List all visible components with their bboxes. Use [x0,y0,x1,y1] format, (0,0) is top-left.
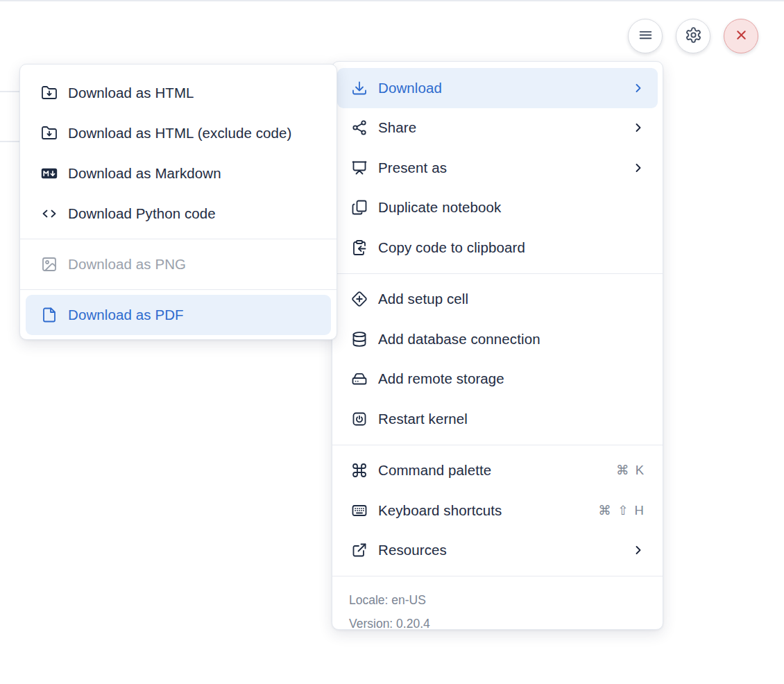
menu-item-download-as-markdown[interactable]: Download as Markdown [26,153,331,194]
menu-item-label: Keyboard shortcuts [378,502,598,519]
menu-item-download-python-code[interactable]: Download Python code [26,194,331,234]
menu-item-label: Download [378,80,631,96]
menu-item-label: Download as HTML [68,85,321,101]
presentation-icon [351,160,368,176]
menu-footer: Locale: en-US Version: 0.20.4 [337,582,658,635]
menu-item-label: Download as Markdown [68,165,321,182]
menu-item-duplicate-notebook[interactable]: Duplicate notebook [337,188,658,228]
download-submenu: Download as HTML Download as HTML (exclu… [19,64,337,340]
menu-item-download-as-html[interactable]: Download as HTML [26,73,331,113]
notebook-menu-button[interactable] [628,19,663,53]
menu-item-copy-code[interactable]: Copy code to clipboard [337,228,658,268]
settings-button[interactable] [676,19,710,53]
locale-label: Locale: en-US [349,588,646,612]
close-icon [733,26,750,46]
menu-item-keyboard-shortcuts[interactable]: Keyboard shortcuts ⌘ ⇧ H [337,490,658,531]
menu-item-label: Download as PDF [68,307,321,323]
gear-icon [685,26,702,46]
menu-item-share[interactable]: Share [337,108,658,148]
menu-item-download-as-pdf[interactable]: Download as PDF [26,295,331,335]
page-top-border [0,0,784,1]
code-icon [41,205,58,222]
diamond-plus-icon [351,291,368,307]
menu-item-label: Present as [378,160,631,176]
menu-item-add-setup-cell[interactable]: Add setup cell [337,280,658,320]
menu-item-resources[interactable]: Resources [337,531,658,571]
command-icon [351,462,368,479]
menu-divider [332,576,663,576]
menu-item-label: Command palette [378,462,616,479]
file-icon [41,307,58,323]
menu-item-download-as-png: Download as PNG [26,244,331,284]
menu-item-restart-kernel[interactable]: Restart kernel [337,399,658,439]
external-link-icon [351,542,368,558]
page-background: Download Share Present as Duplicate note… [0,0,784,684]
menu-divider [332,273,663,274]
shortcut-hint: ⌘ K [616,463,645,478]
version-label: Version: 0.20.4 [349,612,646,635]
menu-divider [20,289,336,290]
menu-item-add-remote-storage[interactable]: Add remote storage [337,359,658,400]
menu-divider [20,239,336,239]
menu-item-label: Download Python code [68,205,321,222]
menu-item-label: Resources [378,542,631,558]
menu-item-label: Add remote storage [378,370,645,387]
chevron-right-icon [631,121,645,135]
share-icon [351,119,368,136]
database-icon [351,331,368,348]
background-cell-border [0,141,20,142]
chevron-right-icon [631,543,645,557]
menu-item-label: Copy code to clipboard [378,239,645,256]
markdown-icon [41,165,58,182]
folder-download-icon [41,85,58,101]
close-app-button[interactable] [724,19,758,53]
menu-item-label: Share [378,119,631,136]
menu-item-label: Add database connection [378,331,645,348]
background-cell-border [0,91,20,92]
menu-item-add-database-connection[interactable]: Add database connection [337,319,658,359]
menu-item-label: Download as HTML (exclude code) [68,125,321,142]
image-icon [41,256,58,273]
menu-divider [332,445,663,445]
menu-item-download[interactable]: Download [337,68,658,108]
hard-drive-icon [351,370,368,387]
clipboard-copy-icon [351,239,368,256]
folder-download-icon [41,125,58,142]
menu-item-present-as[interactable]: Present as [337,148,658,188]
menu-item-label: Restart kernel [378,411,645,427]
menu-item-label: Duplicate notebook [378,199,645,216]
chevron-right-icon [631,161,645,175]
download-icon [351,80,368,96]
menu-item-command-palette[interactable]: Command palette ⌘ K [337,451,658,491]
menu-item-label: Download as PNG [68,256,321,273]
shortcut-hint: ⌘ ⇧ H [598,503,645,518]
notebook-actions-menu: Download Share Present as Duplicate note… [332,61,663,630]
copy-icon [351,199,368,216]
power-square-icon [351,411,368,427]
chevron-right-icon [631,81,645,95]
hamburger-icon [637,26,654,46]
menu-item-download-as-html-exclude-code[interactable]: Download as HTML (exclude code) [26,113,331,153]
keyboard-icon [351,502,368,519]
menu-item-label: Add setup cell [378,291,645,307]
